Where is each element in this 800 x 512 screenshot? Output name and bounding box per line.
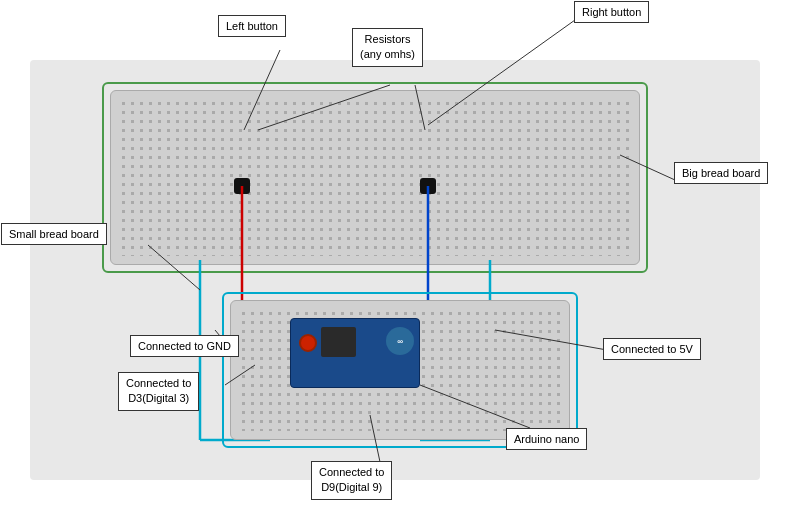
left-button-component <box>234 178 250 194</box>
right-button-label: Right button <box>574 1 649 23</box>
big-breadboard <box>110 90 640 265</box>
right-button-component <box>420 178 436 194</box>
arduino-nano: ∞ <box>290 318 420 388</box>
left-button-label: Left button <box>218 15 286 37</box>
diagram-area: ∞ <box>30 60 760 480</box>
